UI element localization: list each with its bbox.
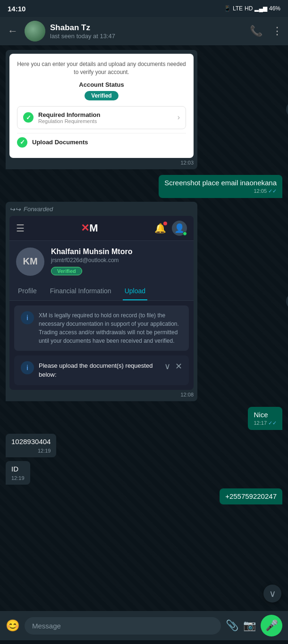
xm-upload-content: i Please upload the document(s) requeste… — [21, 361, 160, 380]
card1-account-label: Account Status — [17, 81, 186, 88]
whatsapp-icon: 📱 — [224, 5, 231, 12]
required-info-sub: Regulation Requirements — [38, 118, 100, 124]
xm-notification-dot — [163, 222, 167, 225]
status-bar: 14:10 📱 LTE HD ▂▄▆ 46% — [0, 0, 288, 17]
xm-menu-icon[interactable]: ☰ — [16, 223, 25, 234]
forwarded-arrows-icon: ↪↪ — [9, 206, 21, 213]
upload-check-icon: ✓ — [17, 137, 27, 148]
forward-button-card1[interactable]: ↪↪ — [286, 101, 288, 118]
input-bar: 😊 📎 📷 🎤 — [0, 611, 288, 640]
xm-close-icon[interactable]: ✕ — [175, 361, 182, 372]
required-info-title: Required Information — [38, 111, 100, 118]
green-check-icon: ✓ — [23, 112, 34, 123]
emoji-button[interactable]: 😊 — [6, 619, 20, 632]
xm-logo-x: ✕ — [81, 222, 89, 234]
forwarded-label: ↪↪ Forwarded — [9, 206, 194, 213]
xm-upload-info-icon: i — [21, 361, 34, 374]
xm-logo-m: M — [89, 222, 98, 234]
msg2-read-receipt: ✓✓ — [268, 420, 277, 426]
forward-button-card2[interactable]: ↪↪ — [286, 293, 288, 310]
xm-header-icons: 🔔 👤 — [154, 221, 187, 236]
xm-collapse-icon[interactable]: ∨ — [164, 361, 170, 372]
account-status-card: Here you can enter your details and uplo… — [9, 54, 194, 158]
msg3-time: 12:19 — [11, 448, 51, 454]
attach-button[interactable]: 📎 — [226, 619, 238, 632]
message-bubble-msg2: Nice 12:17 ✓✓ — [248, 407, 282, 430]
wifi-icon: ▂▄▆ — [254, 5, 267, 12]
xm-upload-text: Please upload the document(s) requested … — [39, 361, 160, 380]
card1-description: Here you can enter your details and uplo… — [17, 60, 186, 76]
xm-notification-icon[interactable]: 🔔 — [154, 223, 166, 234]
msg1-time: 12:05 — [254, 188, 267, 194]
xm-user-info: Khalfani Muhsin Mtoro jrsmtrf0226d@outlo… — [51, 248, 187, 275]
message-bubble-card1: Here you can enter your details and uplo… — [6, 50, 197, 169]
xm-upload-actions: ∨ ✕ — [164, 361, 182, 372]
forwarded-text: Forwarded — [24, 206, 53, 213]
status-time: 14:10 — [8, 5, 25, 13]
xm-tab-financial[interactable]: Financial Information — [48, 282, 113, 300]
card1-upload-row: ✓ Upload Documents — [17, 133, 186, 151]
message-bubble-msg4: ID 12:19 — [6, 461, 30, 485]
msg3-text: 1028930404 — [11, 438, 51, 446]
xm-user-email: jrsmtrf0226d@outlook.com — [51, 257, 187, 264]
call-add-icon[interactable]: 📞 — [250, 25, 263, 37]
xm-logo: ✕M — [81, 222, 98, 234]
msg2-time: 12:17 — [254, 420, 267, 426]
message-bubble-msg5: +255759220247 — [220, 488, 282, 504]
status-icons: 📱 LTE HD ▂▄▆ 46% — [224, 5, 280, 12]
xm-upload-box: i Please upload the document(s) requeste… — [14, 355, 189, 385]
card1-time: 12:03 — [9, 160, 194, 165]
card1-required-info-row: ✓ Required Information Regulation Requir… — [17, 106, 186, 129]
xm-tab-profile[interactable]: Profile — [16, 282, 39, 300]
message-input[interactable] — [25, 617, 221, 635]
upload-documents-text: Upload Documents — [32, 139, 88, 146]
xm-verified-badge: Verified — [51, 267, 82, 275]
xm-info-box: i XM is legally required to hold on reco… — [14, 305, 189, 351]
hd-icon: HD — [245, 5, 253, 12]
xm-tab-upload[interactable]: Upload — [123, 282, 147, 300]
back-button[interactable]: ← — [6, 23, 20, 39]
chat-area: Here you can enter your details and uplo… — [0, 45, 288, 611]
header-actions: 📞 ⋮ — [250, 25, 282, 37]
xm-user-avatar-icon[interactable]: 👤 — [172, 221, 187, 236]
xm-info-icon: i — [21, 311, 34, 324]
msg2-text: Nice — [254, 411, 268, 419]
msg4-time: 12:19 — [11, 475, 25, 481]
chat-header: ← Shaban Tz last seen today at 13:47 📞 ⋮ — [0, 17, 288, 45]
xm-info-text: XM is legally required to hold on record… — [39, 311, 182, 345]
xm-tabs: Profile Financial Information Upload — [9, 282, 194, 301]
scroll-down-button[interactable]: ∨ — [263, 585, 281, 603]
contact-name: Shaban Tz — [50, 23, 245, 33]
mic-button[interactable]: 🎤 — [261, 615, 282, 636]
xm-profile-section: KM Khalfani Muhsin Mtoro jrsmtrf0226d@ou… — [9, 241, 194, 282]
xm-user-initials-avatar: KM — [16, 248, 44, 276]
xm-card: ☰ ✕M 🔔 👤 — [9, 216, 194, 390]
battery-icon: 46% — [269, 5, 280, 12]
contact-status: last seen today at 13:47 — [50, 33, 245, 40]
message-bubble-msg1: Screenshot place email inaonekana 12:05 … — [159, 175, 282, 198]
message-bubble-msg3: 1028930404 12:19 — [6, 434, 56, 457]
xm-card-header: ☰ ✕M 🔔 👤 — [9, 216, 194, 241]
message-bubble-card2: ↪↪ Forwarded ☰ ✕M 🔔 — [6, 202, 197, 401]
header-info[interactable]: Shaban Tz last seen today at 13:47 — [50, 23, 245, 40]
msg1-read-receipt: ✓✓ — [268, 188, 277, 194]
card1-verified-badge: Verified — [85, 91, 118, 100]
menu-icon[interactable]: ⋮ — [272, 25, 282, 37]
signal-icon: LTE — [233, 5, 243, 12]
contact-avatar[interactable] — [25, 21, 45, 41]
msg1-text: Screenshot place email inaonekana — [164, 179, 277, 187]
xm-online-dot — [183, 231, 187, 236]
card2-time: 12:08 — [9, 392, 194, 397]
chevron-right-icon: › — [178, 113, 180, 122]
camera-button[interactable]: 📷 — [243, 619, 256, 632]
msg5-text: +255759220247 — [225, 492, 277, 500]
xm-user-name: Khalfani Muhsin Mtoro — [51, 248, 187, 256]
msg4-text: ID — [11, 465, 18, 473]
